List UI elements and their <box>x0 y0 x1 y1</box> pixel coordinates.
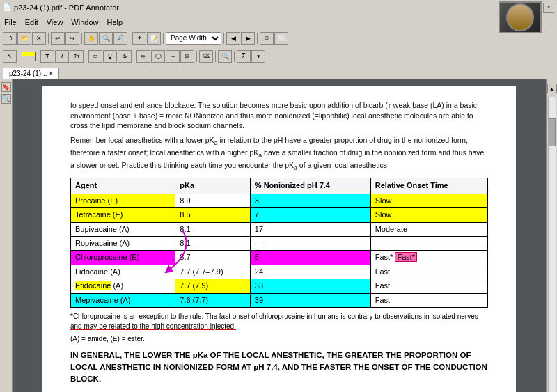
arrow-tool[interactable]: → <box>166 50 180 63</box>
sidebar-btn-1[interactable]: 🔖 <box>1 82 11 92</box>
fullscreen-button[interactable]: ⬜ <box>274 32 288 45</box>
zoom-in[interactable]: 🔍 <box>99 32 113 45</box>
sep1 <box>48 33 49 44</box>
footnote-1: *Chloroprocaine is an exception to the r… <box>70 312 488 331</box>
fit-button[interactable]: ⊡ <box>260 32 274 45</box>
close-button[interactable]: × <box>543 3 554 13</box>
pdf-area[interactable]: to speed onset and enhance blockade. The… <box>13 79 546 392</box>
select-tool[interactable]: ↖ <box>3 50 17 63</box>
sep4 <box>163 33 164 44</box>
text-format[interactable]: Tт <box>70 50 84 63</box>
open-button[interactable]: 📂 <box>17 32 31 45</box>
conclusion-text: IN GENERAL, THE LOWER THE pKa OF THE LOC… <box>70 350 488 386</box>
table-row: Chloroprocaine (E) 8.7 5 Fast* Fast* <box>71 251 488 265</box>
document-tab[interactable]: p23-24 (1)... × <box>3 68 59 79</box>
menu-file[interactable]: File <box>4 18 17 26</box>
col-agent: Agent <box>71 178 175 194</box>
color-swatch[interactable] <box>22 52 36 61</box>
left-sidebar: 🔖 🔍 <box>0 79 13 392</box>
sep3 <box>130 33 130 44</box>
intro-text-top: to speed onset and enhance blockade. The… <box>70 100 488 131</box>
sep8 <box>38 51 38 62</box>
underline-tool[interactable]: U̲ <box>103 50 117 63</box>
video-thumbnail[interactable] <box>499 1 542 33</box>
sep6 <box>257 33 258 44</box>
col-pka: pKa <box>175 178 251 194</box>
next-page[interactable]: ▶ <box>241 32 255 45</box>
app-icon: 📄 <box>3 3 11 11</box>
text-tool[interactable]: T <box>40 50 54 63</box>
sep9 <box>86 51 86 62</box>
undo-button[interactable]: ↩ <box>51 32 65 45</box>
table-row: Procaine (E) 8.9 3 Slow <box>71 194 488 207</box>
sigma-tool[interactable]: Σ <box>237 50 251 63</box>
anesthetic-table: Agent pKa % Nonionized pH 7.4 Relative O… <box>70 178 488 308</box>
table-row: Lidocaine (A) 7.7 (7.7–7.9) 24 Fast <box>71 265 488 279</box>
prev-page[interactable]: ◀ <box>226 32 240 45</box>
close-doc-button[interactable]: ✕ <box>32 32 46 45</box>
sep2 <box>81 33 82 44</box>
toolbar-1: 🗋 📂 ✕ ↩ ↪ ✋ 🔍 🔎 ✦ 📝 Page Width ◀ ▶ ⊡ ⬜ <box>0 29 557 47</box>
comment-tool[interactable]: ✉ <box>180 50 194 63</box>
scroll-track <box>548 97 556 392</box>
sep7 <box>19 51 19 62</box>
pen-tool[interactable]: ✏ <box>136 50 150 63</box>
eraser-tool[interactable]: ⌫ <box>199 50 213 63</box>
title-bar: 📄 p23-24 (1).pdf - PDF Annotator _ □ × <box>0 0 557 15</box>
table-row: Tetracaine (E) 8.5 7 Slow <box>71 208 488 222</box>
tab-label: p23-24 (1)... × <box>9 70 53 77</box>
new-button[interactable]: 🗋 <box>3 32 17 45</box>
sep10 <box>134 51 134 62</box>
shape-tool[interactable]: ◯ <box>151 50 165 63</box>
toolbar-2: ↖ T I Tт ▭ U̲ S̶ ✏ ◯ → ✉ ⌫ 🔍 Σ ▾ <box>0 47 557 65</box>
pdf-page: to speed onset and enhance blockade. The… <box>42 86 516 392</box>
pka-paragraph: Remember local anesthetics with a lower … <box>70 135 488 172</box>
scroll-thumb[interactable] <box>549 118 556 146</box>
table-row: Mepivacaine (A) 7.6 (7.7) 39 Fast <box>71 293 488 307</box>
scroll-up[interactable]: ▲ <box>547 84 557 93</box>
sep13 <box>234 51 235 62</box>
table-row: Bupivacaine (A) 8.1 17 Moderate <box>71 222 488 236</box>
menu-bar: File Edit View Window Help <box>0 15 557 29</box>
main-area: 🔖 🔍 to speed onset and enhance blockade.… <box>0 79 557 392</box>
menu-help[interactable]: Help <box>107 18 123 26</box>
sep11 <box>196 51 197 62</box>
window-title: p23-24 (1).pdf - PDF Annotator <box>14 3 119 12</box>
menu-edit[interactable]: Edit <box>25 18 38 26</box>
tab-bar: p23-24 (1)... × <box>0 65 557 79</box>
menu-view[interactable]: View <box>47 18 63 26</box>
hand-tool[interactable]: ✋ <box>84 32 98 45</box>
table-row: Ropivacaine (A) 8.1 — — <box>71 236 488 250</box>
search-tool[interactable]: 🔍 <box>218 50 232 63</box>
sep5 <box>223 33 224 44</box>
table-row: Etidocaine (A) 7.7 (7.9) 33 Fast <box>71 279 488 293</box>
sidebar-btn-2[interactable]: 🔍 <box>1 94 11 104</box>
col-onset: Relative Onset Time <box>370 178 487 194</box>
zoom-out[interactable]: 🔎 <box>113 32 127 45</box>
sep12 <box>215 51 216 62</box>
col-nonionized: % Nonionized pH 7.4 <box>250 178 370 194</box>
footnote-2: (A) = amide, (E) = ester. <box>70 334 488 344</box>
italic-tool[interactable]: I <box>55 50 69 63</box>
more-tools[interactable]: ▾ <box>251 50 265 63</box>
page-width-dropdown[interactable]: Page Width <box>166 32 221 45</box>
stamp-button[interactable]: ✦ <box>132 32 146 45</box>
menu-window[interactable]: Window <box>71 18 98 26</box>
annot-button[interactable]: 📝 <box>147 32 161 45</box>
redo-button[interactable]: ↪ <box>65 32 79 45</box>
strikethrough-tool[interactable]: S̶ <box>118 50 132 63</box>
right-sidebar: ▲ ▼ <box>546 79 557 392</box>
highlight-tool[interactable]: ▭ <box>88 50 102 63</box>
